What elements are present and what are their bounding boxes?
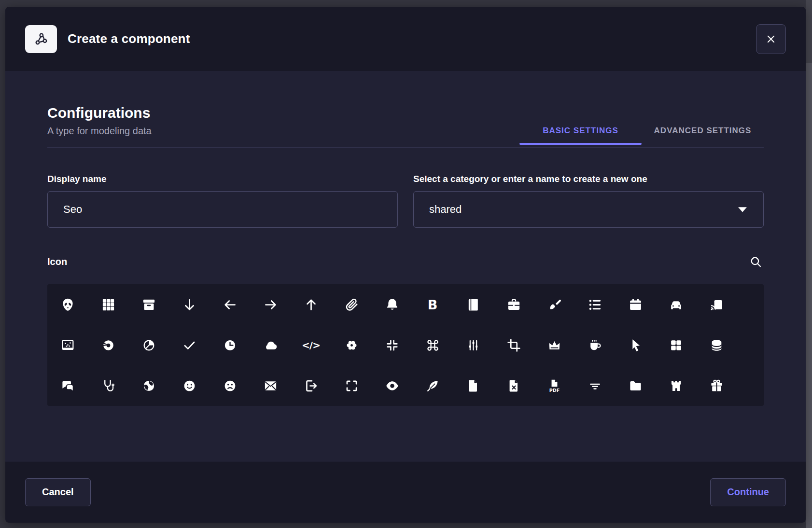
settings-tabs: BASIC SETTINGS ADVANCED SETTINGS — [519, 126, 764, 147]
bold-icon: B — [428, 298, 438, 311]
icon-file[interactable] — [453, 365, 493, 406]
dashboard-icon — [669, 338, 684, 353]
icon-eye[interactable] — [372, 365, 412, 406]
icon-earth[interactable] — [128, 365, 169, 406]
expand-icon — [344, 378, 359, 393]
icon-exit[interactable] — [291, 365, 331, 406]
arrow-down-icon — [182, 297, 197, 312]
icon-attachment[interactable] — [331, 284, 372, 325]
category-select[interactable]: shared — [413, 191, 764, 228]
icon-crop[interactable] — [493, 325, 534, 365]
modal-title: Create a component — [68, 31, 190, 46]
icon-chart-circle[interactable] — [88, 325, 128, 365]
icon-chart-bubble[interactable] — [47, 325, 88, 365]
icon-car[interactable] — [656, 284, 696, 325]
doctor-icon — [101, 378, 116, 393]
continue-button[interactable]: Continue — [710, 478, 786, 506]
clock-icon — [223, 338, 238, 353]
configurations-title: Configurations — [47, 105, 152, 121]
emotion-happy-icon — [182, 378, 197, 393]
tab-advanced-settings[interactable]: ADVANCED SETTINGS — [642, 126, 764, 147]
icon-chart-pie[interactable] — [128, 325, 169, 365]
cast-icon — [709, 297, 724, 312]
icon-cast[interactable] — [696, 284, 737, 325]
icon-file-pdf[interactable] — [534, 365, 574, 406]
icon-picker-header: Icon — [47, 255, 764, 268]
icon-search-button[interactable] — [747, 253, 764, 270]
icon-cup[interactable] — [574, 325, 615, 365]
close-button[interactable] — [756, 24, 786, 54]
icon-command[interactable] — [412, 325, 453, 365]
page-scrollbar-track — [806, 0, 812, 528]
page: Create a component Configurations A type… — [0, 0, 812, 528]
chart-bubble-icon — [60, 338, 75, 353]
icon-alien[interactable] — [47, 284, 88, 325]
icon-emotion-happy[interactable] — [169, 365, 210, 406]
command-icon — [425, 338, 440, 353]
icon-connector[interactable] — [453, 325, 493, 365]
icon-feather[interactable] — [412, 365, 453, 406]
feather-icon — [425, 378, 440, 393]
icon-database[interactable] — [696, 325, 737, 365]
database-icon — [709, 338, 724, 353]
cloud-icon — [263, 338, 278, 353]
chart-pie-icon — [141, 338, 156, 353]
archive-icon — [141, 297, 156, 312]
crown-icon — [547, 338, 562, 353]
icon-filter[interactable] — [574, 365, 615, 406]
icon-clock[interactable] — [210, 325, 250, 365]
icon-bold[interactable]: B — [412, 284, 453, 325]
icon-crown[interactable] — [534, 325, 574, 365]
caret-down-icon — [737, 206, 748, 213]
file-pdf-icon — [547, 378, 562, 393]
icon-folder[interactable] — [615, 365, 656, 406]
category-label: Select a category or enter a name to cre… — [413, 174, 764, 184]
icon-bullet-list[interactable] — [574, 284, 615, 325]
page-scrollbar-thumb[interactable] — [806, 63, 812, 528]
icon-cog[interactable] — [331, 325, 372, 365]
cancel-button[interactable]: Cancel — [25, 478, 91, 506]
icon-arrow-down[interactable] — [169, 284, 210, 325]
icon-discuss[interactable] — [47, 365, 88, 406]
icon-arrow-up[interactable] — [291, 284, 331, 325]
icon-bell[interactable] — [372, 284, 412, 325]
icon-expand[interactable] — [331, 365, 372, 406]
configurations-subtitle: A type for modeling data — [47, 125, 152, 137]
tab-basic-settings[interactable]: BASIC SETTINGS — [519, 126, 642, 147]
icon-dashboard[interactable] — [656, 325, 696, 365]
icon-arrow-right[interactable] — [250, 284, 291, 325]
icon-envelop[interactable] — [250, 365, 291, 406]
icon-doctor[interactable] — [88, 365, 128, 406]
icon-picker-label: Icon — [47, 256, 67, 267]
icon-archive[interactable] — [128, 284, 169, 325]
create-component-modal: Create a component Configurations A type… — [5, 7, 806, 523]
earth-icon — [141, 378, 156, 393]
icon-apps[interactable] — [88, 284, 128, 325]
icon-brush[interactable] — [534, 284, 574, 325]
icon-gate[interactable] — [656, 365, 696, 406]
icon-book[interactable] — [453, 284, 493, 325]
brush-icon — [547, 297, 562, 312]
briefcase-icon — [506, 297, 521, 312]
folder-icon — [628, 378, 643, 393]
icon-file-error[interactable] — [493, 365, 534, 406]
icon-code[interactable]: </> — [291, 325, 331, 365]
configurations-heading-block: Configurations A type for modeling data — [47, 105, 152, 147]
icon-cloud[interactable] — [250, 325, 291, 365]
icon-briefcase[interactable] — [493, 284, 534, 325]
calendar-icon — [628, 297, 643, 312]
component-icon — [25, 25, 57, 53]
icon-gift[interactable] — [696, 365, 737, 406]
icon-arrow-left[interactable] — [210, 284, 250, 325]
code-icon: </> — [302, 340, 320, 350]
modal-header: Create a component — [5, 7, 806, 71]
chart-circle-icon — [101, 338, 116, 353]
arrow-up-icon — [304, 297, 319, 312]
icon-cursor[interactable] — [615, 325, 656, 365]
display-name-input[interactable] — [47, 191, 398, 228]
discuss-icon — [60, 378, 75, 393]
icon-check[interactable] — [169, 325, 210, 365]
icon-collapse[interactable] — [372, 325, 412, 365]
icon-calendar[interactable] — [615, 284, 656, 325]
icon-emotion-unhappy[interactable] — [210, 365, 250, 406]
